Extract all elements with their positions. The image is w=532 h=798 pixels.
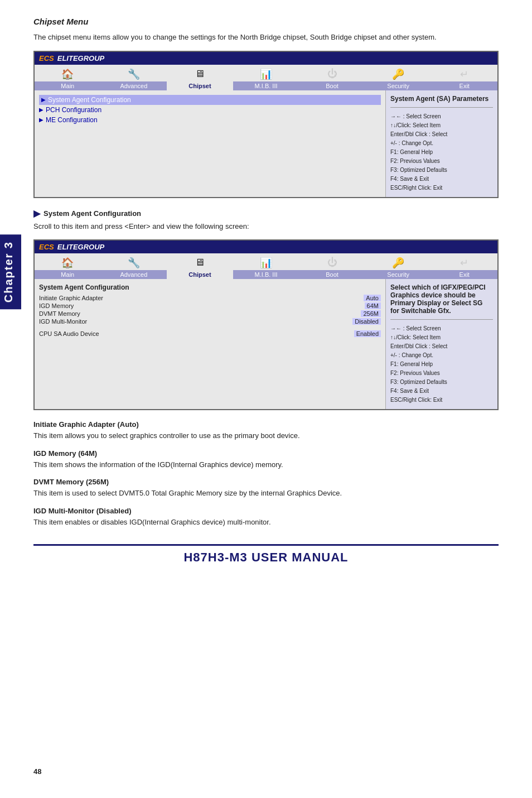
sub-title-bullet-1: ▶ bbox=[33, 208, 40, 219]
menu-item-label-2: PCH Configuration bbox=[46, 106, 101, 114]
section-title: Chipset Menu bbox=[33, 17, 499, 26]
item-desc-4: This item enables or disables IGD(Intern… bbox=[33, 517, 499, 528]
kv-row-5[interactable]: CPU SA Audio Device Enabled bbox=[39, 330, 381, 337]
nav-label-exit-1[interactable]: Exit bbox=[431, 81, 497, 90]
bios-nav-labels-2: Main Advanced Chipset M.I.B. III Boot Se… bbox=[35, 270, 497, 279]
nav-icon-main-1[interactable]: 🏠 bbox=[35, 65, 101, 81]
nav-label-chipset-2[interactable]: Chipset bbox=[167, 270, 233, 279]
nav-icon-chipset-1[interactable]: 🖥 bbox=[167, 65, 233, 81]
nav-label-boot-1[interactable]: Boot bbox=[299, 81, 365, 90]
bios-nav-icons-2: 🏠 🔧 🖥 📊 ⏻ 🔑 ↵ bbox=[35, 253, 497, 270]
bios-logo-1: ECS bbox=[39, 54, 54, 63]
help2-line-5: F1: General Help bbox=[390, 360, 493, 369]
menu-item-label-3: ME Configuration bbox=[46, 116, 98, 124]
bios-right-1: System Agent (SA) Parameters →← : Select… bbox=[386, 90, 497, 197]
kv-label-1: Initiate Graphic Adapter bbox=[39, 295, 103, 301]
kv-value-2: 64M bbox=[365, 302, 381, 309]
bios-right-2: Select which of IGFX/PEG/PCI Graphics de… bbox=[386, 279, 497, 409]
nav-label-chipset-1[interactable]: Chipset bbox=[167, 81, 233, 90]
nav-label-security-1[interactable]: Security bbox=[365, 81, 432, 90]
help-line-3: Enter/Dbl Click : Select bbox=[390, 130, 493, 139]
help2-line-6: F2: Previous Values bbox=[390, 369, 493, 378]
nav-icon-chipset-2[interactable]: 🖥 bbox=[167, 253, 233, 270]
divider-2 bbox=[390, 319, 493, 320]
kv-row-2[interactable]: IGD Memory 64M bbox=[39, 302, 381, 309]
item-heading-3: DVMT Memory (256M) bbox=[33, 478, 499, 486]
bios-menu-item-1[interactable]: ▶ System Agent Configuration bbox=[39, 95, 381, 105]
bullet-3: ▶ bbox=[39, 117, 43, 123]
help-line-9: ESC/Right Click: Exit bbox=[390, 184, 493, 193]
kv-row-4[interactable]: IGD Multi-Monitor Disabled bbox=[39, 318, 381, 325]
nav-icon-boot-2[interactable]: ⏻ bbox=[299, 253, 365, 270]
item-heading-2: IGD Memory (64M) bbox=[33, 449, 499, 458]
kv-label-3: DVMT Memory bbox=[39, 310, 80, 317]
nav-label-exit-2[interactable]: Exit bbox=[431, 270, 497, 279]
kv-label-2: IGD Memory bbox=[39, 302, 74, 309]
nav-label-mib-2[interactable]: M.I.B. III bbox=[233, 270, 299, 279]
brand-text-2: ELITEGROUP bbox=[57, 243, 105, 251]
sub-desc-1: Scroll to this item and press <Enter> an… bbox=[33, 221, 499, 232]
nav-label-main-2[interactable]: Main bbox=[35, 270, 101, 279]
nav-icon-exit-2[interactable]: ↵ bbox=[431, 253, 497, 270]
bios-nav-icons-1: 🏠 🔧 🖥 📊 ⏻ 🔑 ↵ bbox=[35, 65, 497, 81]
kv-label-5: CPU SA Audio Device bbox=[39, 330, 99, 337]
menu-item-label-1: System Agent Configuration bbox=[48, 96, 131, 104]
nav-icon-exit-1[interactable]: ↵ bbox=[431, 65, 497, 81]
help2-line-9: ESC/Right Click: Exit bbox=[390, 396, 493, 405]
bios-left-1: ▶ System Agent Configuration ▶ PCH Confi… bbox=[35, 90, 386, 197]
nav-icon-boot-1[interactable]: ⏻ bbox=[299, 65, 365, 81]
kv-row-3[interactable]: DVMT Memory 256M bbox=[39, 310, 381, 317]
sub-title-1: ▶ System Agent Configuration bbox=[33, 208, 499, 219]
item-desc-3: This item is used to select DVMT5.0 Tota… bbox=[33, 488, 499, 499]
help-line-8: F4: Save & Exit bbox=[390, 175, 493, 184]
nav-icon-security-1[interactable]: 🔑 bbox=[365, 65, 432, 81]
bios-content-2: System Agent Configuration Initiate Grap… bbox=[35, 279, 497, 409]
nav-icon-security-2[interactable]: 🔑 bbox=[365, 253, 432, 270]
help-line-7: F3: Optimized Defaults bbox=[390, 166, 493, 175]
nav-icon-mib-1[interactable]: 📊 bbox=[233, 65, 299, 81]
footer-title: H87H3-M3 USER MANUAL bbox=[33, 550, 499, 565]
help2-line-2: ↑↓/Click: Select Item bbox=[390, 333, 493, 342]
kv-value-1: Auto bbox=[364, 295, 381, 301]
bios-logo-2: ECS bbox=[39, 243, 54, 251]
chapter-label: Chapter 3 bbox=[0, 234, 21, 309]
bios-box-1: ECS ELITEGROUP 🏠 🔧 🖥 📊 ⏻ 🔑 ↵ Main Advanc… bbox=[33, 51, 499, 198]
kv-label-4: IGD Multi-Monitor bbox=[39, 318, 87, 325]
item-heading-1: Initiate Graphic Adapter (Auto) bbox=[33, 420, 499, 429]
item-desc-1: This item allows you to select graphics … bbox=[33, 430, 499, 441]
nav-label-boot-2[interactable]: Boot bbox=[299, 270, 365, 279]
bios-help-1: →← : Select Screen ↑↓/Click: Select Item… bbox=[390, 112, 493, 193]
section-desc: The chipset menu items allow you to chan… bbox=[33, 32, 499, 43]
nav-label-advanced-1[interactable]: Advanced bbox=[101, 81, 167, 90]
help2-line-4: +/- : Change Opt. bbox=[390, 351, 493, 360]
nav-label-security-2[interactable]: Security bbox=[365, 270, 432, 279]
bios-box-2: ECS ELITEGROUP 🏠 🔧 🖥 📊 ⏻ 🔑 ↵ Main Advanc… bbox=[33, 239, 499, 410]
sub-title-text-1: System Agent Configuration bbox=[43, 209, 141, 218]
help-line-1: →← : Select Screen bbox=[390, 112, 493, 121]
help2-line-7: F3: Optimized Defaults bbox=[390, 378, 493, 387]
nav-icon-advanced-2[interactable]: 🔧 bbox=[101, 253, 167, 270]
nav-label-main-1[interactable]: Main bbox=[35, 81, 101, 90]
kv-row-1[interactable]: Initiate Graphic Adapter Auto bbox=[39, 295, 381, 301]
nav-icon-main-2[interactable]: 🏠 bbox=[35, 253, 101, 270]
help2-line-8: F4: Save & Exit bbox=[390, 387, 493, 396]
bios-header-2: ECS ELITEGROUP bbox=[35, 241, 497, 253]
kv-value-3: 256M bbox=[361, 310, 381, 317]
brand-text-1: ELITEGROUP bbox=[57, 54, 105, 63]
nav-label-mib-1[interactable]: M.I.B. III bbox=[233, 81, 299, 90]
help2-line-1: →← : Select Screen bbox=[390, 324, 493, 333]
bios-nav-labels-1: Main Advanced Chipset M.I.B. III Boot Se… bbox=[35, 81, 497, 90]
bios-menu-item-2[interactable]: ▶ PCH Configuration bbox=[39, 105, 381, 115]
bios-left-2: System Agent Configuration Initiate Grap… bbox=[35, 279, 386, 409]
nav-icon-mib-2[interactable]: 📊 bbox=[233, 253, 299, 270]
bios-menu-item-3[interactable]: ▶ ME Configuration bbox=[39, 115, 381, 125]
sub-section-1: ▶ System Agent Configuration Scroll to t… bbox=[33, 208, 499, 232]
help-line-4: +/- : Change Opt. bbox=[390, 139, 493, 148]
nav-icon-advanced-1[interactable]: 🔧 bbox=[101, 65, 167, 81]
bullet-2: ▶ bbox=[39, 107, 43, 113]
page-number: 48 bbox=[33, 767, 41, 776]
nav-label-advanced-2[interactable]: Advanced bbox=[101, 270, 167, 279]
help-line-5: F1: General Help bbox=[390, 148, 493, 157]
kv-value-5: Enabled bbox=[354, 330, 381, 337]
bios-right-title-1: System Agent (SA) Parameters bbox=[390, 95, 493, 103]
